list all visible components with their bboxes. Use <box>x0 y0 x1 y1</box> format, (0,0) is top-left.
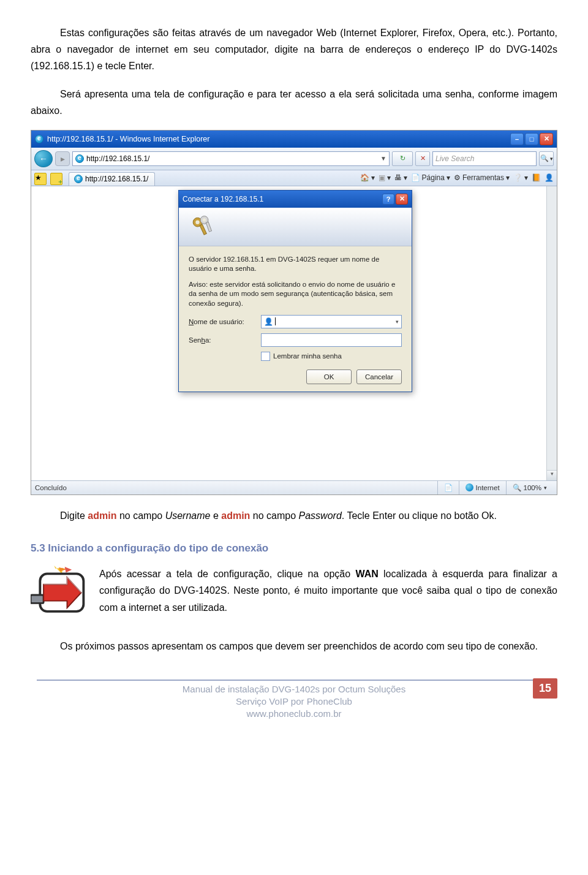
research-icon: 📙 <box>532 173 541 182</box>
dialog-close-button[interactable]: ✕ <box>396 194 408 205</box>
zone-label: Internet <box>476 484 500 491</box>
rss-icon: ▣ <box>379 173 385 182</box>
dialog-message-1: O servidor 192.168.15.1 em DVG-1402S req… <box>189 255 402 274</box>
svg-rect-5 <box>206 222 211 232</box>
page-icon: 📄 <box>411 173 420 182</box>
ie-screenshot: http://192.168.15.1/ - Windows Internet … <box>31 130 557 495</box>
favorites-icon[interactable]: ★ <box>34 173 47 185</box>
feeds-button[interactable]: ▣ ▾ <box>379 173 391 182</box>
browser-tab[interactable]: http://192.168.15.1/ <box>69 172 155 186</box>
search-dropdown-icon[interactable]: ▾ <box>550 156 553 162</box>
messenger-button[interactable]: 👤 <box>545 173 554 182</box>
home-button[interactable]: 🏠 ▾ <box>360 173 375 182</box>
navigation-bar: ← ▸ http://192.168.15.1/ ▼ ↻ ✕ Live Sear… <box>31 148 557 170</box>
svg-point-1 <box>195 220 199 224</box>
dialog-title-text: Conectar a 192.168.15.1 <box>183 195 263 203</box>
maximize-button[interactable]: □ <box>525 133 538 145</box>
help-button[interactable]: ❔▾ <box>513 173 528 182</box>
stop-button[interactable]: ✕ <box>415 151 430 166</box>
page-footer: 15 Manual de instalação DVG-1402s por Oc… <box>31 680 557 721</box>
footer-line-2: Serviço VoIP por PhoneClub <box>31 695 557 708</box>
closing-para: Os próximos passos apresentam os campos … <box>31 638 557 654</box>
status-text: Concluído <box>35 484 67 491</box>
footer-line-1: Manual de instalação DVG-1402s por Octum… <box>31 683 557 695</box>
gear-icon: ⚙ <box>454 173 461 182</box>
status-bar: Concluído 📄 Internet 🔍100% ▾ <box>31 480 557 494</box>
zoom-label: 100% <box>524 484 541 491</box>
status-security-cell: 📄 <box>437 481 459 494</box>
internet-zone-icon <box>466 483 473 491</box>
tab-favicon-icon <box>74 175 83 183</box>
search-icon: 🔍 <box>540 154 549 162</box>
refresh-button[interactable]: ↻ <box>392 151 413 166</box>
refresh-icon: ↻ <box>400 154 405 162</box>
svg-rect-2 <box>200 224 206 235</box>
home-icon: 🏠 <box>360 173 369 182</box>
page-number: 15 <box>533 678 557 699</box>
user-icon: 👤 <box>264 317 273 326</box>
username-input[interactable]: 👤 ▾ <box>261 315 402 328</box>
svg-rect-7 <box>31 595 43 603</box>
address-text: http://192.168.15.1/ <box>86 154 149 163</box>
minimize-button[interactable]: – <box>510 133 524 145</box>
add-favorite-icon[interactable]: ＋ <box>50 173 62 185</box>
text-cursor <box>275 317 276 325</box>
status-zoom-cell[interactable]: 🔍100% ▾ <box>506 481 553 494</box>
dialog-message-2: Aviso: este servidor está solicitando o … <box>189 280 402 309</box>
vertical-scrollbar[interactable]: ▾ <box>546 186 557 480</box>
password-label: Senha: <box>189 336 256 344</box>
dialog-help-button[interactable]: ? <box>382 194 394 205</box>
wan-arrow-icon <box>31 566 89 622</box>
dialog-banner <box>179 208 412 246</box>
search-box[interactable]: Live Search <box>432 151 537 166</box>
dialog-titlebar: Conectar a 192.168.15.1 ? ✕ <box>179 191 412 208</box>
search-button[interactable]: 🔍 ▾ <box>539 151 554 166</box>
cancel-button[interactable]: Cancelar <box>356 369 402 384</box>
username-dropdown-icon[interactable]: ▾ <box>396 319 399 325</box>
print-button[interactable]: 🖶 ▾ <box>394 173 407 182</box>
footer-line-3: www.phoneclub.com.br <box>31 708 557 720</box>
intro-para-1: Estas configurações são feitas através d… <box>31 25 557 75</box>
address-bar[interactable]: http://192.168.15.1/ ▼ <box>72 151 390 166</box>
keys-icon <box>187 213 214 240</box>
page-label: Página <box>422 173 445 182</box>
zoom-icon: 🔍 <box>513 483 521 492</box>
ok-button[interactable]: OK <box>306 369 352 384</box>
tools-menu-button[interactable]: ⚙Ferramentas ▾ <box>454 173 510 182</box>
ie-window-titlebar: http://192.168.15.1/ - Windows Internet … <box>31 131 557 148</box>
remember-label: Lembrar minha senha <box>273 352 342 360</box>
post-screenshot-para: Digite admin no campo Username e admin n… <box>31 507 557 524</box>
tabs-row: ★ ＋ http://192.168.15.1/ 🏠 ▾ ▣ ▾ 🖶 ▾ 📄Pá… <box>31 170 557 186</box>
zoom-dropdown-icon[interactable]: ▾ <box>544 485 547 491</box>
nav-forward-button[interactable]: ▸ <box>55 151 70 166</box>
section-heading: 5.3 Iniciando a configuração do tipo de … <box>31 542 557 555</box>
research-button[interactable]: 📙 <box>532 173 541 182</box>
auth-dialog: Conectar a 192.168.15.1 ? ✕ <box>178 190 412 392</box>
window-title-text: http://192.168.15.1/ - Windows Internet … <box>47 135 209 143</box>
password-input[interactable] <box>261 333 402 347</box>
print-icon: 🖶 <box>394 173 402 182</box>
browser-content-area: Conectar a 192.168.15.1 ? ✕ <box>31 186 557 480</box>
window-buttons: – □ ✕ <box>510 133 553 145</box>
remember-checkbox-row[interactable]: Lembrar minha senha <box>189 352 402 361</box>
wan-paragraph: Após acessar a tela de configuração, cli… <box>99 566 557 616</box>
address-dropdown-icon[interactable]: ▼ <box>380 155 386 162</box>
remember-checkbox[interactable] <box>261 352 270 361</box>
tab-title: http://192.168.15.1/ <box>85 175 148 183</box>
security-icon: 📄 <box>444 483 453 492</box>
tools-label: Ferramentas <box>462 173 504 182</box>
messenger-icon: 👤 <box>545 173 554 182</box>
username-label: Nome de usuário: <box>189 318 256 325</box>
help-icon: ❔ <box>513 173 522 182</box>
svg-point-4 <box>203 218 206 222</box>
nav-back-button[interactable]: ← <box>34 150 53 167</box>
page-menu-button[interactable]: 📄Página ▾ <box>411 173 450 182</box>
stop-icon: ✕ <box>420 154 426 162</box>
window-close-button[interactable]: ✕ <box>540 133 553 145</box>
scroll-down-icon[interactable]: ▾ <box>547 470 557 480</box>
status-zone-cell: Internet <box>459 481 506 494</box>
site-favicon-icon <box>75 154 84 163</box>
search-placeholder: Live Search <box>435 154 474 163</box>
ie-logo-icon <box>35 135 43 143</box>
dialog-body: O servidor 192.168.15.1 em DVG-1402S req… <box>179 246 412 392</box>
